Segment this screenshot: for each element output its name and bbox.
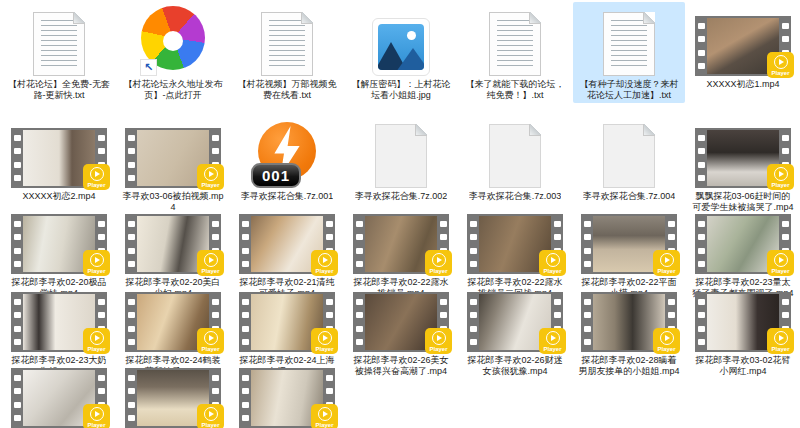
play-badge-label: Player [429,268,447,274]
play-badge-icon[interactable]: Player [767,52,794,78]
file-item-box[interactable]: PlayerXXXXX初恋1.mp4 [691,2,795,92]
file-item-box[interactable]: 李寻欢探花合集.7z.004 [579,124,680,204]
play-badge-icon[interactable]: Player [83,404,110,428]
play-circle-icon [318,407,332,421]
sprocket-hole [242,299,249,305]
play-badge-icon[interactable]: Player [425,328,452,354]
file-item[interactable]: 【村花论坛】全免费-无套路-更新快.txt [2,2,116,103]
play-badge-icon[interactable]: Player [83,250,110,276]
file-item[interactable]: PlayerXXXXX初恋2.mp4 [2,124,116,204]
film-sprocket-strip-left [695,128,707,188]
file-item-box[interactable]: Player探花郎李寻欢02-22平面小模.mp4 [573,212,685,301]
play-badge-icon[interactable]: Player [197,404,224,428]
file-item-box[interactable]: Player探花郎李寻欢02-23量太猛了妻子都来围观了.mp4 [687,212,799,301]
sprocket-hole [128,148,135,154]
play-badge-icon[interactable]: Player [653,250,680,276]
file-item[interactable]: Player探花郎李寻欢03-03素颜斯文美女.mp4 [116,366,230,428]
file-item-box[interactable]: Player探花郎李寻欢02-22露水推销员.mp4 [345,212,457,301]
file-item[interactable]: Player探花郎李寻欢02-20美白少妇.mp4 [116,212,230,301]
file-item[interactable]: Player探花郎李寻欢03-04舞蹈学院毕业的美女.mp4 [230,366,344,428]
file-icon-slot: Player [239,214,335,274]
file-item[interactable]: Player探花郎李寻欢03-02斯文美女.mp4 [2,366,116,428]
file-item[interactable]: Player飘飘探花03-06赶时间的可爱学生妹被搞哭了.mp4 [686,124,800,215]
play-badge-icon[interactable]: Player [653,328,680,354]
file-item[interactable]: 【解压密码】：上村花论坛看小姐姐.jpg [344,2,458,103]
file-item[interactable]: Player探花郎李寻欢02-23量太猛了妻子都来围观了.mp4 [686,212,800,301]
play-badge-icon[interactable]: Player [539,328,566,354]
play-badge-icon[interactable]: Player [197,164,224,190]
play-badge-label: Player [87,346,105,352]
file-item[interactable]: Player探花郎李寻欢02-20极品学妹.mp4 [2,212,116,301]
file-item[interactable]: Player探花郎李寻欢02-22平面小模.mp4 [572,212,686,301]
file-item[interactable]: 【来了就能下载的论坛，纯免费！】.txt [458,2,572,103]
play-badge-icon[interactable]: Player [83,328,110,354]
file-item-box[interactable]: 001李寻欢探花合集.7z.001 [237,124,338,204]
file-item[interactable]: Player探花郎李寻欢02-21清纯可爱妹子.mp4 [230,212,344,301]
file-name-label: 【村花论坛】全免费-无套路-更新快.txt [7,79,111,101]
play-circle-icon [660,253,674,267]
play-triangle-icon [551,257,556,263]
film-sprocket-strip-left [125,214,137,274]
file-item[interactable]: 【有种子却没速度？来村花论坛人工加速】.txt [572,2,686,103]
file-item-box[interactable]: ↖【村花论坛永久地址发布页】-点此打开 [117,2,229,103]
sprocket-hole [584,299,591,305]
play-badge-icon[interactable]: Player [311,404,338,428]
file-item-box[interactable]: Player李寻欢03-06被拍视频.mp4 [117,124,229,215]
play-triangle-icon [323,411,328,417]
film-strip-thumbnail: Player [467,214,563,274]
file-item[interactable]: 李寻欢探花合集.7z.004 [572,124,686,204]
sprocket-hole [584,248,591,254]
page-fold-corner [643,12,655,24]
sprocket-hole [584,326,591,332]
sprocket-hole [698,339,705,345]
sprocket-hole [782,23,789,29]
play-badge-icon[interactable]: Player [767,328,794,354]
play-circle-icon [204,167,218,181]
file-item-box[interactable]: 【来了就能下载的论坛，纯免费！】.txt [459,2,571,103]
file-item[interactable]: 李寻欢探花合集.7z.003 [458,124,572,204]
file-item-box[interactable]: Player探花郎李寻欢03-02斯文美女.mp4 [3,366,115,428]
file-item[interactable]: 【村花视频】万部视频免费在线看.txt [230,2,344,103]
file-item-box[interactable]: 【村花论坛】全免费-无套路-更新快.txt [3,2,115,103]
file-item-box[interactable]: Player探花郎李寻欢02-20极品学妹.mp4 [3,212,115,301]
file-name-label: 【来了就能下载的论坛，纯免费！】.txt [463,79,567,101]
play-badge-icon[interactable]: Player [83,164,110,190]
file-item-box[interactable]: 李寻欢探花合集.7z.002 [351,124,452,204]
file-item-box[interactable]: PlayerXXXXX初恋2.mp4 [7,124,111,204]
file-item-box[interactable]: 【解压密码】：上村花论坛看小姐姐.jpg [345,2,457,103]
play-circle-icon [90,407,104,421]
file-item[interactable]: Player探花郎李寻欢02-22露水推销员.mp4 [344,212,458,301]
file-item[interactable]: Player探花郎李寻欢02-22露水推销员二回战.mp4 [458,212,572,301]
play-badge-icon[interactable]: Player [197,250,224,276]
play-badge-icon[interactable]: Player [197,328,224,354]
play-badge-label: Player [543,346,561,352]
play-badge-icon[interactable]: Player [311,250,338,276]
file-item[interactable]: Player李寻欢03-06被拍视频.mp4 [116,124,230,215]
file-icon-slot [489,126,541,188]
file-item[interactable]: 李寻欢探花合集.7z.002 [344,124,458,204]
sprocket-hole [98,148,105,154]
file-item[interactable]: 001李寻欢探花合集.7z.001 [230,124,344,204]
file-item-box[interactable]: Player飘飘探花03-06赶时间的可爱学生妹被搞哭了.mp4 [687,124,799,215]
file-name-label: 李寻欢03-06被拍视频.mp4 [121,191,225,213]
sprocket-hole [326,234,333,240]
sprocket-hole [356,339,363,345]
file-icon-slot [489,4,541,76]
archive-part-badge: 001 [251,163,301,188]
file-item-box[interactable]: 【村花视频】万部视频免费在线看.txt [231,2,343,103]
play-badge-icon[interactable]: Player [311,328,338,354]
play-badge-icon[interactable]: Player [767,250,794,276]
file-item[interactable]: ↖【村花论坛永久地址发布页】-点此打开 [116,2,230,103]
file-item-box[interactable]: 李寻欢探花合集.7z.003 [465,124,566,204]
file-item-box[interactable]: Player探花郎李寻欢02-21清纯可爱妹子.mp4 [231,212,343,301]
file-item-box[interactable]: Player探花郎李寻欢02-22露水推销员二回战.mp4 [459,212,571,301]
file-item-box[interactable]: Player探花郎李寻欢03-04舞蹈学院毕业的美女.mp4 [231,366,343,428]
play-badge-icon[interactable]: Player [539,250,566,276]
play-badge-icon[interactable]: Player [767,164,794,190]
file-item-box[interactable]: Player探花郎李寻欢02-20美白少妇.mp4 [117,212,229,301]
play-badge-icon[interactable]: Player [425,250,452,276]
file-item[interactable]: PlayerXXXXX初恋1.mp4 [686,2,800,92]
file-item-selected-box[interactable]: 【有种子却没速度？来村花论坛人工加速】.txt [573,2,685,103]
play-badge-label: Player [657,346,675,352]
file-item-box[interactable]: Player探花郎李寻欢03-03素颜斯文美女.mp4 [117,366,229,428]
